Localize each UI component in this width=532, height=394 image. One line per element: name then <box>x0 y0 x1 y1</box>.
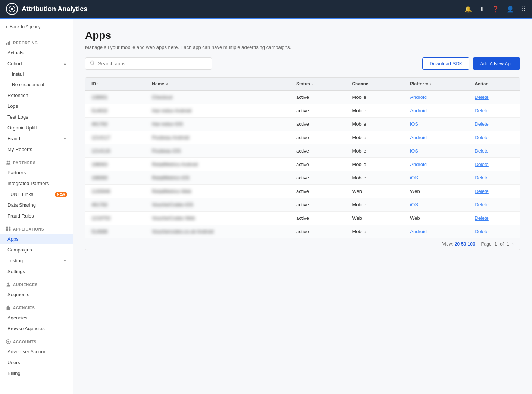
cell-id: 514632 <box>85 104 146 118</box>
table-row: 1214116 Poubeau iOS active Mobile iOS De… <box>85 144 520 158</box>
delete-button[interactable]: Delete <box>475 94 489 100</box>
col-id-sort[interactable]: ID › <box>91 81 98 87</box>
cell-action: Delete <box>469 131 520 144</box>
cell-status: active <box>290 198 346 212</box>
sidebar-item-integratedpartners[interactable]: Integrated Partners <box>0 178 73 189</box>
sidebar-section-accounts: ACCOUNTS <box>0 334 73 346</box>
grid-icon[interactable]: ⠿ <box>522 6 526 13</box>
delete-button[interactable]: Delete <box>475 202 489 207</box>
table-row: 198060 RetailMetrics iOS active Mobile i… <box>85 171 520 185</box>
user-icon[interactable]: 👤 <box>507 6 514 13</box>
cell-channel: Mobile <box>346 91 404 104</box>
svg-rect-10 <box>6 229 8 231</box>
sidebar-item-fraudrules[interactable]: Fraud Rules <box>0 210 73 221</box>
top-nav: Attribution Analytics 🔔 ⬇ ❓ 👤 ⠿ <box>0 0 532 18</box>
sidebar-item-settings[interactable]: Settings <box>0 266 73 277</box>
view-100[interactable]: 100 <box>468 241 475 247</box>
cell-action: Delete <box>469 225 520 238</box>
sidebar-item-tunelinks[interactable]: TUNE Links NEW <box>0 189 73 200</box>
toolbar: Download SDK Add A New App <box>85 57 520 70</box>
delete-button[interactable]: Delete <box>475 135 489 140</box>
sidebar-item-users[interactable]: Users <box>0 357 73 368</box>
cell-name: VoucherCodes iOS <box>146 198 290 212</box>
svg-rect-4 <box>8 42 9 45</box>
cell-action: Delete <box>469 158 520 171</box>
sidebar-item-segments[interactable]: Segments <box>0 289 73 300</box>
cell-channel: Mobile <box>346 171 404 185</box>
sidebar-item-retention[interactable]: Retention <box>0 90 73 101</box>
page-label: Page <box>481 241 492 247</box>
cell-status: active <box>290 225 346 238</box>
cell-channel: Mobile <box>346 131 404 144</box>
sidebar-item-install[interactable]: Install <box>0 69 73 79</box>
sidebar: ‹ Back to Agency REPORTING Actuals Cohor… <box>0 19 73 394</box>
col-name-sort[interactable]: Name ∧ <box>152 81 168 87</box>
delete-button[interactable]: Delete <box>475 148 489 154</box>
sidebar-item-actuals[interactable]: Actuals <box>0 47 73 58</box>
search-input[interactable] <box>98 61 207 66</box>
delete-button[interactable]: Delete <box>475 229 489 234</box>
testing-chevron-icon: ▼ <box>63 259 67 263</box>
sidebar-item-organicuplift[interactable]: Organic Uplift <box>0 122 73 133</box>
main-content: Apps Manage all your mobile and web apps… <box>73 19 532 394</box>
sidebar-back-button[interactable]: ‹ Back to Agency <box>0 19 73 35</box>
cell-id: 198063 <box>85 158 146 171</box>
cell-channel: Web <box>346 185 404 198</box>
search-box <box>85 57 212 70</box>
sidebar-item-logs[interactable]: Logs <box>0 101 73 112</box>
delete-button[interactable]: Delete <box>475 121 489 127</box>
page-title: Apps <box>85 29 520 41</box>
cell-action: Delete <box>469 171 520 185</box>
table-row: 1100946 RetailMetrics Web active Web Web… <box>85 185 520 198</box>
sidebar-item-reengagement[interactable]: Re-engagement <box>0 79 73 90</box>
cell-platform: Web <box>404 185 469 198</box>
cell-id: 1219753 <box>85 212 146 225</box>
delete-button[interactable]: Delete <box>475 188 489 194</box>
brand-logo <box>6 3 18 15</box>
table-row: 1214117 Poubeau Android active Mobile An… <box>85 131 520 144</box>
svg-point-12 <box>7 283 9 285</box>
download-sdk-button[interactable]: Download SDK <box>422 57 469 70</box>
sidebar-item-myreports[interactable]: My Reports <box>0 144 73 155</box>
sort-icon-status: › <box>312 82 313 86</box>
delete-button[interactable]: Delete <box>475 175 489 181</box>
svg-rect-5 <box>9 41 10 45</box>
sidebar-item-advertiseraccount[interactable]: Advertiser Account <box>0 346 73 357</box>
sidebar-item-campaigns[interactable]: Campaigns <box>0 244 73 255</box>
bell-icon[interactable]: 🔔 <box>464 6 472 13</box>
help-icon[interactable]: ❓ <box>492 6 499 13</box>
audiences-label: AUDIENCES <box>13 283 38 287</box>
pagination: Page 1 of 1 › <box>481 241 514 247</box>
svg-rect-8 <box>6 227 8 229</box>
cell-platform: Android <box>404 131 469 144</box>
delete-button[interactable]: Delete <box>475 162 489 167</box>
sidebar-item-partners[interactable]: Partners <box>0 167 73 178</box>
col-status-sort[interactable]: Status › <box>296 81 313 87</box>
sidebar-item-cohort[interactable]: Cohort ▲ <box>0 58 73 69</box>
page-next-button[interactable]: › <box>512 241 514 247</box>
delete-button[interactable]: Delete <box>475 108 489 113</box>
add-new-app-button[interactable]: Add A New App <box>473 57 520 70</box>
delete-button[interactable]: Delete <box>475 215 489 221</box>
cell-status: active <box>290 158 346 171</box>
sidebar-item-browseagencies[interactable]: Browse Agencies <box>0 323 73 334</box>
sidebar-item-datasharing[interactable]: Data Sharing <box>0 200 73 210</box>
audiences-icon <box>6 282 11 288</box>
sidebar-item-testing[interactable]: Testing ▼ <box>0 255 73 266</box>
cell-channel: Mobile <box>346 158 404 171</box>
sidebar-item-fraud[interactable]: Fraud ▼ <box>0 133 73 144</box>
cell-action: Delete <box>469 185 520 198</box>
svg-point-1 <box>11 8 13 10</box>
sidebar-item-agencies[interactable]: Agencies <box>0 312 73 323</box>
sidebar-item-testlogs[interactable]: Test Logs <box>0 112 73 122</box>
view-50[interactable]: 50 <box>461 241 466 247</box>
sidebar-item-billing[interactable]: Billing <box>0 368 73 379</box>
cell-platform: Web <box>404 212 469 225</box>
cell-status: active <box>290 118 346 131</box>
col-platform: Platform › <box>404 78 469 91</box>
cell-platform: iOS <box>404 144 469 158</box>
download-icon[interactable]: ⬇ <box>479 6 484 13</box>
view-20[interactable]: 20 <box>455 241 460 247</box>
col-platform-sort[interactable]: Platform › <box>410 81 431 87</box>
sidebar-item-apps[interactable]: Apps <box>0 234 73 244</box>
